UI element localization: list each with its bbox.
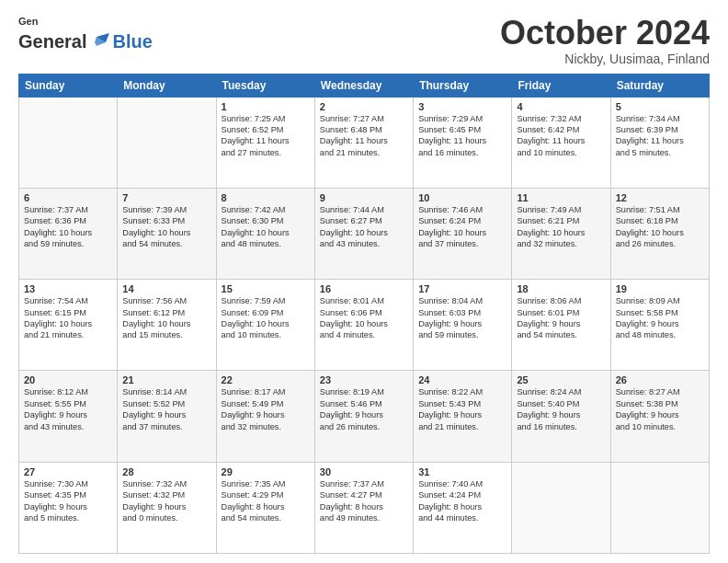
day-number: 7 (122, 192, 210, 203)
cell-content: Sunrise: 8:27 AMSunset: 5:38 PMDaylight:… (616, 386, 704, 432)
cell-content: Sunrise: 7:42 AMSunset: 6:30 PMDaylight:… (222, 204, 310, 250)
title-area: October 2024 Nickby, Uusimaa, Finland (500, 15, 710, 66)
calendar-cell: 14Sunrise: 7:56 AMSunset: 6:12 PMDayligh… (118, 280, 216, 371)
cell-content: Sunrise: 7:39 AMSunset: 6:33 PMDaylight:… (122, 204, 210, 250)
cell-content: Sunrise: 7:40 AMSunset: 4:24 PMDaylight:… (418, 478, 506, 524)
day-number: 9 (320, 192, 408, 203)
cell-content: Sunrise: 8:09 AMSunset: 5:58 PMDaylight:… (616, 295, 704, 341)
cell-content: Sunrise: 7:35 AMSunset: 4:29 PMDaylight:… (222, 478, 310, 524)
day-number: 21 (122, 374, 210, 385)
calendar-cell: 16Sunrise: 8:01 AMSunset: 6:06 PMDayligh… (314, 280, 413, 371)
cell-content: Sunrise: 8:12 AMSunset: 5:55 PMDaylight:… (24, 386, 112, 432)
calendar-cell: 12Sunrise: 7:51 AMSunset: 6:18 PMDayligh… (610, 188, 709, 279)
calendar-cell: 3Sunrise: 7:29 AMSunset: 6:45 PMDaylight… (414, 97, 512, 188)
week-row-1: 1Sunrise: 7:25 AMSunset: 6:52 PMDaylight… (19, 97, 710, 188)
day-number: 12 (616, 192, 704, 203)
calendar-cell: 21Sunrise: 8:14 AMSunset: 5:52 PMDayligh… (118, 371, 216, 462)
day-number: 31 (418, 466, 506, 477)
day-number: 16 (320, 283, 408, 294)
day-number: 23 (320, 374, 408, 385)
calendar-cell: 11Sunrise: 7:49 AMSunset: 6:21 PMDayligh… (512, 188, 610, 279)
cell-content: Sunrise: 7:25 AMSunset: 6:52 PMDaylight:… (222, 113, 310, 159)
logo-bird-icon (89, 33, 109, 52)
cell-content: Sunrise: 7:59 AMSunset: 6:09 PMDaylight:… (222, 295, 310, 341)
cell-content: Sunrise: 7:44 AMSunset: 6:27 PMDaylight:… (320, 204, 408, 250)
calendar-cell: 20Sunrise: 8:12 AMSunset: 5:55 PMDayligh… (19, 371, 118, 462)
calendar-cell: 13Sunrise: 7:54 AMSunset: 6:15 PMDayligh… (19, 280, 118, 371)
calendar-cell: 22Sunrise: 8:17 AMSunset: 5:49 PMDayligh… (216, 371, 314, 462)
calendar-cell: 23Sunrise: 8:19 AMSunset: 5:46 PMDayligh… (314, 371, 413, 462)
calendar-cell: 18Sunrise: 8:06 AMSunset: 6:01 PMDayligh… (512, 280, 610, 371)
calendar-cell: 31Sunrise: 7:40 AMSunset: 4:24 PMDayligh… (414, 462, 512, 553)
calendar-cell: 1Sunrise: 7:25 AMSunset: 6:52 PMDaylight… (216, 97, 314, 188)
col-sunday: Sunday (19, 74, 118, 97)
header: General General Blue October 2024 Nickby… (18, 15, 710, 66)
day-number: 20 (24, 374, 112, 385)
calendar-cell: 29Sunrise: 7:35 AMSunset: 4:29 PMDayligh… (216, 462, 314, 553)
cell-content: Sunrise: 8:22 AMSunset: 5:43 PMDaylight:… (418, 386, 506, 432)
calendar-cell: 19Sunrise: 8:09 AMSunset: 5:58 PMDayligh… (610, 280, 709, 371)
day-number: 17 (418, 283, 506, 294)
logo: General General Blue (18, 15, 153, 52)
week-row-3: 13Sunrise: 7:54 AMSunset: 6:15 PMDayligh… (19, 280, 710, 371)
calendar-cell: 17Sunrise: 8:04 AMSunset: 6:03 PMDayligh… (414, 280, 512, 371)
cell-content: Sunrise: 8:06 AMSunset: 6:01 PMDaylight:… (517, 295, 605, 341)
day-number: 3 (418, 101, 506, 112)
calendar-cell (118, 97, 216, 188)
cell-content: Sunrise: 7:54 AMSunset: 6:15 PMDaylight:… (24, 295, 112, 341)
cell-content: Sunrise: 7:32 AMSunset: 4:32 PMDaylight:… (122, 478, 210, 524)
cell-content: Sunrise: 8:04 AMSunset: 6:03 PMDaylight:… (418, 295, 506, 341)
cell-content: Sunrise: 7:29 AMSunset: 6:45 PMDaylight:… (418, 113, 506, 159)
col-friday: Friday (512, 74, 610, 97)
day-number: 13 (24, 283, 112, 294)
cell-content: Sunrise: 7:32 AMSunset: 6:42 PMDaylight:… (517, 113, 605, 159)
week-row-4: 20Sunrise: 8:12 AMSunset: 5:55 PMDayligh… (19, 371, 710, 462)
svg-text:General: General (18, 16, 39, 27)
cell-content: Sunrise: 7:56 AMSunset: 6:12 PMDaylight:… (122, 295, 210, 341)
day-number: 30 (320, 466, 408, 477)
day-number: 19 (616, 283, 704, 294)
subtitle: Nickby, Uusimaa, Finland (500, 52, 710, 66)
calendar-cell: 25Sunrise: 8:24 AMSunset: 5:40 PMDayligh… (512, 371, 610, 462)
calendar-cell: 9Sunrise: 7:44 AMSunset: 6:27 PMDaylight… (314, 188, 413, 279)
cell-content: Sunrise: 7:27 AMSunset: 6:48 PMDaylight:… (320, 113, 408, 159)
calendar-cell (19, 97, 118, 188)
cell-content: Sunrise: 8:17 AMSunset: 5:49 PMDaylight:… (222, 386, 310, 432)
day-number: 29 (222, 466, 310, 477)
cell-content: Sunrise: 7:37 AMSunset: 6:36 PMDaylight:… (24, 204, 112, 250)
calendar-cell: 4Sunrise: 7:32 AMSunset: 6:42 PMDaylight… (512, 97, 610, 188)
calendar-cell: 15Sunrise: 7:59 AMSunset: 6:09 PMDayligh… (216, 280, 314, 371)
day-number: 27 (24, 466, 112, 477)
calendar-table: Sunday Monday Tuesday Wednesday Thursday… (18, 74, 710, 554)
calendar-cell: 26Sunrise: 8:27 AMSunset: 5:38 PMDayligh… (610, 371, 709, 462)
day-number: 8 (222, 192, 310, 203)
day-number: 11 (517, 192, 605, 203)
calendar-cell: 7Sunrise: 7:39 AMSunset: 6:33 PMDaylight… (118, 188, 216, 279)
calendar-cell: 6Sunrise: 7:37 AMSunset: 6:36 PMDaylight… (19, 188, 118, 279)
calendar-cell: 5Sunrise: 7:34 AMSunset: 6:39 PMDaylight… (610, 97, 709, 188)
calendar-cell: 10Sunrise: 7:46 AMSunset: 6:24 PMDayligh… (414, 188, 512, 279)
cell-content: Sunrise: 7:49 AMSunset: 6:21 PMDaylight:… (517, 204, 605, 250)
calendar-cell: 30Sunrise: 7:37 AMSunset: 4:27 PMDayligh… (314, 462, 413, 553)
day-number: 10 (418, 192, 506, 203)
week-row-2: 6Sunrise: 7:37 AMSunset: 6:36 PMDaylight… (19, 188, 710, 279)
cell-content: Sunrise: 7:51 AMSunset: 6:18 PMDaylight:… (616, 204, 704, 250)
cell-content: Sunrise: 7:30 AMSunset: 4:35 PMDaylight:… (24, 478, 112, 524)
col-tuesday: Tuesday (216, 74, 314, 97)
day-number: 4 (517, 101, 605, 112)
day-number: 22 (222, 374, 310, 385)
day-number: 15 (222, 283, 310, 294)
calendar-cell: 24Sunrise: 8:22 AMSunset: 5:43 PMDayligh… (414, 371, 512, 462)
cell-content: Sunrise: 8:01 AMSunset: 6:06 PMDaylight:… (320, 295, 408, 341)
day-number: 18 (517, 283, 605, 294)
calendar-cell: 8Sunrise: 7:42 AMSunset: 6:30 PMDaylight… (216, 188, 314, 279)
logo-general: General (18, 31, 86, 52)
day-number: 26 (616, 374, 704, 385)
cell-content: Sunrise: 8:14 AMSunset: 5:52 PMDaylight:… (122, 386, 210, 432)
day-number: 6 (24, 192, 112, 203)
cell-content: Sunrise: 8:19 AMSunset: 5:46 PMDaylight:… (320, 386, 408, 432)
cell-content: Sunrise: 7:34 AMSunset: 6:39 PMDaylight:… (616, 113, 704, 159)
col-wednesday: Wednesday (314, 74, 413, 97)
day-number: 24 (418, 374, 506, 385)
page: General General Blue October 2024 Nickby… (0, 0, 728, 563)
